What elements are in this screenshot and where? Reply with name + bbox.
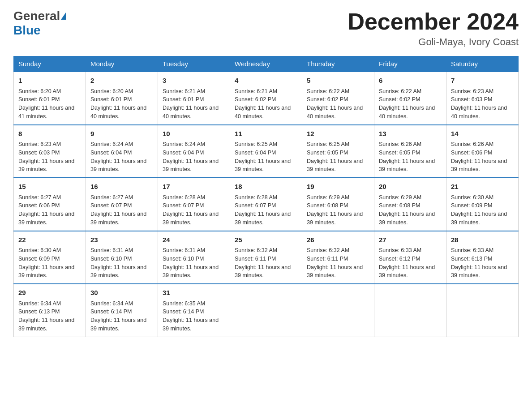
sunrise-text: Sunrise: 6:29 AM <box>307 194 349 201</box>
day-number: 6 <box>379 76 442 86</box>
month-title: December 2024 <box>348 9 519 34</box>
day-number: 29 <box>18 288 81 298</box>
day-number: 8 <box>18 129 81 139</box>
daylight-text: Daylight: 11 hours and 39 minutes. <box>163 211 219 226</box>
sunrise-text: Sunrise: 6:26 AM <box>451 141 493 147</box>
calendar-cell: 18Sunrise: 6:28 AMSunset: 6:07 PMDayligh… <box>230 178 302 231</box>
day-number: 27 <box>379 235 442 245</box>
calendar-cell: 29Sunrise: 6:34 AMSunset: 6:13 PMDayligh… <box>14 284 86 337</box>
sunrise-text: Sunrise: 6:31 AM <box>90 247 133 253</box>
sunrise-text: Sunrise: 6:32 AM <box>307 247 349 253</box>
calendar-cell: 19Sunrise: 6:29 AMSunset: 6:08 PMDayligh… <box>302 178 374 231</box>
sunrise-text: Sunrise: 6:26 AM <box>379 141 421 147</box>
daylight-text: Daylight: 11 hours and 40 minutes. <box>90 105 146 120</box>
sunrise-text: Sunrise: 6:27 AM <box>90 194 133 201</box>
calendar-cell: 10Sunrise: 6:24 AMSunset: 6:04 PMDayligh… <box>158 125 230 178</box>
sunset-text: Sunset: 6:02 PM <box>307 96 348 103</box>
sunrise-text: Sunrise: 6:23 AM <box>451 88 493 94</box>
calendar-cell: 6Sunrise: 6:22 AMSunset: 6:02 PMDaylight… <box>374 72 446 125</box>
sunset-text: Sunset: 6:07 PM <box>235 202 276 209</box>
page-header: General Blue December 2024 Goli-Maya, Iv… <box>13 9 519 48</box>
day-number: 7 <box>451 76 514 86</box>
sunrise-text: Sunrise: 6:32 AM <box>235 247 277 253</box>
sunrise-text: Sunrise: 6:27 AM <box>18 194 61 201</box>
day-number: 15 <box>18 182 81 192</box>
sunrise-text: Sunrise: 6:33 AM <box>451 247 493 253</box>
calendar-cell: 11Sunrise: 6:25 AMSunset: 6:04 PMDayligh… <box>230 125 302 178</box>
logo-general-text: General <box>13 9 60 23</box>
daylight-text: Daylight: 11 hours and 39 minutes. <box>90 264 146 279</box>
calendar-cell: 21Sunrise: 6:30 AMSunset: 6:09 PMDayligh… <box>446 178 519 231</box>
calendar-cell: 24Sunrise: 6:31 AMSunset: 6:10 PMDayligh… <box>158 231 230 284</box>
sunrise-text: Sunrise: 6:34 AM <box>18 300 61 307</box>
daylight-text: Daylight: 11 hours and 39 minutes. <box>451 264 507 279</box>
sunset-text: Sunset: 6:07 PM <box>163 202 204 209</box>
day-number: 25 <box>235 235 297 245</box>
daylight-text: Daylight: 11 hours and 39 minutes. <box>307 211 363 226</box>
calendar-cell: 16Sunrise: 6:27 AMSunset: 6:07 PMDayligh… <box>86 178 158 231</box>
sunrise-text: Sunrise: 6:20 AM <box>18 88 61 94</box>
header-sunday: Sunday <box>14 56 86 72</box>
daylight-text: Daylight: 11 hours and 39 minutes. <box>18 158 74 173</box>
day-number: 18 <box>235 182 297 192</box>
day-number: 14 <box>451 129 514 139</box>
sunrise-text: Sunrise: 6:23 AM <box>18 141 61 147</box>
calendar-cell <box>446 284 519 337</box>
sunset-text: Sunset: 6:11 PM <box>235 256 276 262</box>
calendar-cell: 3Sunrise: 6:21 AMSunset: 6:01 PMDaylight… <box>158 72 230 125</box>
sunset-text: Sunset: 6:01 PM <box>163 96 204 103</box>
calendar-week-row: 15Sunrise: 6:27 AMSunset: 6:06 PMDayligh… <box>14 178 519 231</box>
sunset-text: Sunset: 6:01 PM <box>18 96 60 103</box>
sunset-text: Sunset: 6:10 PM <box>90 256 132 262</box>
calendar-cell: 14Sunrise: 6:26 AMSunset: 6:06 PMDayligh… <box>446 125 519 178</box>
calendar-cell: 28Sunrise: 6:33 AMSunset: 6:13 PMDayligh… <box>446 231 519 284</box>
day-number: 30 <box>90 288 153 298</box>
sunrise-text: Sunrise: 6:29 AM <box>379 194 421 201</box>
calendar-cell: 23Sunrise: 6:31 AMSunset: 6:10 PMDayligh… <box>86 231 158 284</box>
day-number: 22 <box>18 235 81 245</box>
sunrise-text: Sunrise: 6:33 AM <box>379 247 421 253</box>
sunset-text: Sunset: 6:03 PM <box>451 96 492 103</box>
day-number: 4 <box>235 76 297 86</box>
header-friday: Friday <box>374 56 446 72</box>
sunset-text: Sunset: 6:02 PM <box>235 96 276 103</box>
daylight-text: Daylight: 11 hours and 39 minutes. <box>163 264 219 279</box>
calendar-cell: 31Sunrise: 6:35 AMSunset: 6:14 PMDayligh… <box>158 284 230 337</box>
calendar-cell: 13Sunrise: 6:26 AMSunset: 6:05 PMDayligh… <box>374 125 446 178</box>
sunset-text: Sunset: 6:05 PM <box>379 150 420 156</box>
daylight-text: Daylight: 11 hours and 39 minutes. <box>307 158 363 173</box>
sunset-text: Sunset: 6:14 PM <box>163 308 204 315</box>
day-number: 19 <box>307 182 369 192</box>
sunrise-text: Sunrise: 6:21 AM <box>235 88 277 94</box>
calendar-cell: 27Sunrise: 6:33 AMSunset: 6:12 PMDayligh… <box>374 231 446 284</box>
calendar-cell: 9Sunrise: 6:24 AMSunset: 6:04 PMDaylight… <box>86 125 158 178</box>
sunset-text: Sunset: 6:04 PM <box>163 150 204 156</box>
sunrise-text: Sunrise: 6:30 AM <box>18 247 61 253</box>
day-number: 31 <box>163 288 225 298</box>
calendar-cell <box>302 284 374 337</box>
day-number: 24 <box>163 235 225 245</box>
calendar-cell: 5Sunrise: 6:22 AMSunset: 6:02 PMDaylight… <box>302 72 374 125</box>
calendar-cell: 15Sunrise: 6:27 AMSunset: 6:06 PMDayligh… <box>14 178 86 231</box>
sunrise-text: Sunrise: 6:21 AM <box>163 88 205 94</box>
title-block: December 2024 Goli-Maya, Ivory Coast <box>348 9 519 48</box>
calendar-cell: 17Sunrise: 6:28 AMSunset: 6:07 PMDayligh… <box>158 178 230 231</box>
daylight-text: Daylight: 11 hours and 39 minutes. <box>451 211 507 226</box>
daylight-text: Daylight: 11 hours and 40 minutes. <box>379 105 435 120</box>
sunrise-text: Sunrise: 6:22 AM <box>379 88 421 94</box>
logo-blue-text: Blue <box>13 23 41 38</box>
day-number: 16 <box>90 182 153 192</box>
sunset-text: Sunset: 6:08 PM <box>379 202 420 209</box>
calendar-cell: 22Sunrise: 6:30 AMSunset: 6:09 PMDayligh… <box>14 231 86 284</box>
daylight-text: Daylight: 11 hours and 39 minutes. <box>90 211 146 226</box>
sunrise-text: Sunrise: 6:24 AM <box>90 141 133 147</box>
sunrise-text: Sunrise: 6:30 AM <box>451 194 493 201</box>
calendar-week-row: 8Sunrise: 6:23 AMSunset: 6:03 PMDaylight… <box>14 125 519 178</box>
calendar-cell: 2Sunrise: 6:20 AMSunset: 6:01 PMDaylight… <box>86 72 158 125</box>
sunrise-text: Sunrise: 6:25 AM <box>235 141 277 147</box>
day-number: 5 <box>307 76 369 86</box>
daylight-text: Daylight: 11 hours and 39 minutes. <box>451 158 507 173</box>
daylight-text: Daylight: 11 hours and 41 minutes. <box>18 105 74 120</box>
sunset-text: Sunset: 6:07 PM <box>90 202 132 209</box>
daylight-text: Daylight: 11 hours and 39 minutes. <box>18 317 74 332</box>
